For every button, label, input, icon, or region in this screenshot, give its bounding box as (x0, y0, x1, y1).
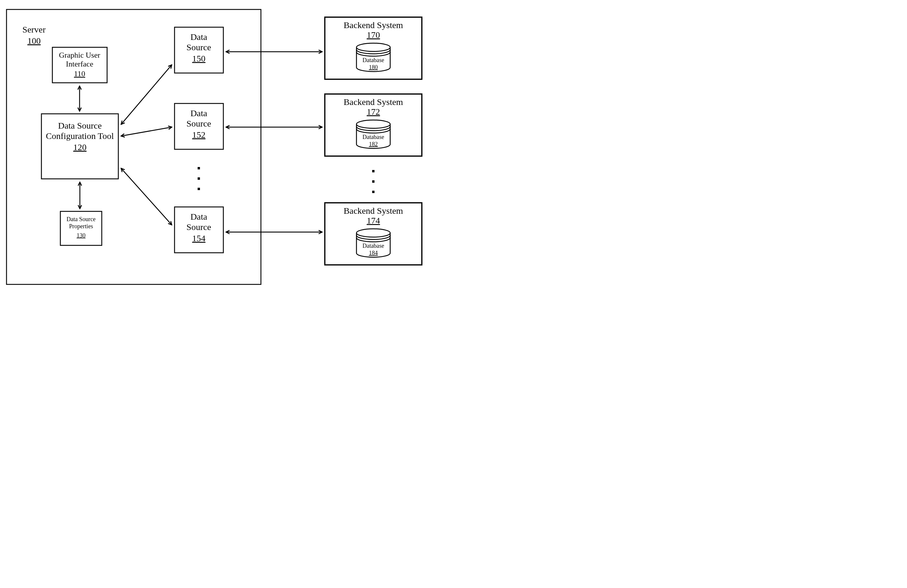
gui-title-2: Interface (66, 60, 93, 68)
ds0-title-2: Source (186, 42, 211, 52)
backend-1: Backend System 172 Database 182 (325, 94, 422, 156)
svg-rect-1 (198, 177, 200, 180)
be0-id: 170 (367, 30, 380, 40)
be1-db-id: 182 (369, 141, 378, 147)
tool-title-2: Configuration Tool (46, 131, 114, 141)
ds2-id: 154 (192, 233, 205, 243)
be0-db-label: Database (362, 57, 384, 63)
be0-title: Backend System (344, 20, 403, 30)
be2-db-label: Database (362, 243, 384, 249)
ellipsis-backend (372, 170, 375, 193)
server-title: Server (22, 24, 46, 34)
ds1-title-1: Data (191, 108, 207, 118)
ds0-title-1: Data (191, 32, 207, 42)
svg-rect-6 (372, 170, 375, 173)
svg-rect-0 (198, 167, 200, 169)
server-id: 100 (27, 36, 41, 46)
ds1-id: 152 (192, 130, 205, 139)
ds2-title-2: Source (186, 222, 211, 232)
props-title-1: Data Source (67, 216, 96, 222)
props-title-2: Properties (69, 223, 93, 230)
gui-id: 110 (74, 69, 85, 78)
tool-title-1: Data Source (58, 121, 101, 130)
ds0-id: 150 (192, 54, 205, 63)
ds1-title-2: Source (186, 118, 211, 128)
svg-rect-7 (372, 181, 375, 183)
gui-title-1: Graphic User (59, 51, 100, 59)
be1-id: 172 (367, 107, 380, 117)
svg-rect-2 (198, 188, 200, 190)
be2-title: Backend System (344, 206, 403, 216)
be0-db-id: 180 (369, 64, 378, 70)
be1-db-label: Database (362, 134, 384, 140)
backend-0: Backend System 170 Database 180 (325, 17, 422, 79)
be2-id: 174 (367, 216, 380, 225)
ds2-title-1: Data (191, 212, 207, 221)
diagram-canvas: Server 100 Graphic User Interface 110 Da… (0, 0, 436, 291)
be1-title: Backend System (344, 97, 403, 107)
be2-db-id: 184 (369, 249, 378, 256)
backend-2: Backend System 174 Database 184 (325, 203, 422, 265)
tool-id: 120 (74, 142, 87, 152)
props-id: 130 (77, 232, 85, 238)
svg-rect-8 (372, 191, 375, 193)
